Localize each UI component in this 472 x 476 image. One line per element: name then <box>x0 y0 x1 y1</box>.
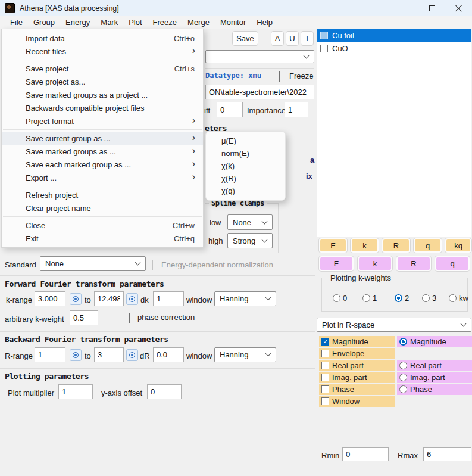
group-row-cu-foil[interactable]: Cu foil <box>317 29 471 42</box>
plot-multiplier-field[interactable] <box>58 384 93 399</box>
k-range-label: k-range <box>6 295 32 304</box>
close-button[interactable] <box>445 0 472 16</box>
menu-item-save-marked-groups-as[interactable]: Save marked groups as ... <box>2 145 203 158</box>
radio-option-real-part[interactable]: Real part <box>397 360 472 371</box>
radio-option-magnitude[interactable]: Magnitude <box>397 336 472 347</box>
standard-combobox[interactable]: None <box>40 256 146 271</box>
freeze-checkbox[interactable] <box>279 71 280 82</box>
option-magnitude[interactable]: Magnitude <box>319 336 395 347</box>
plot-marked-k-button[interactable]: k <box>358 256 392 271</box>
option-envelope[interactable]: Envelope <box>319 348 395 359</box>
menu-item-import-data[interactable]: Import dataCtrl+o <box>2 32 203 45</box>
y-axis-offset-field[interactable] <box>147 384 182 399</box>
kw-option-0[interactable]: 0 <box>333 294 347 303</box>
menu-item-save-marked-groups-as-project[interactable]: Save marked groups as a project ... <box>2 88 203 101</box>
unmark-all-button[interactable]: U <box>286 31 299 46</box>
menu-item-project-format[interactable]: Project format <box>2 114 203 127</box>
menu-item-save-current-group-as[interactable]: Save current group as ... <box>2 132 203 145</box>
rmin-field[interactable] <box>342 447 389 461</box>
pluck-kmax-button[interactable] <box>126 293 138 305</box>
menu-item-export[interactable]: Export ... <box>2 171 203 184</box>
group-row-cuo[interactable]: CuO <box>317 42 471 55</box>
group-mark-checkbox[interactable] <box>320 32 328 39</box>
rmax-field[interactable] <box>423 447 471 461</box>
k-window-combobox[interactable]: Hanning <box>214 291 276 306</box>
menu-separator <box>3 60 202 60</box>
plot-marked-r-button[interactable]: R <box>396 256 431 271</box>
spline-low-combobox[interactable]: None <box>227 214 273 230</box>
option-window[interactable]: Window <box>319 396 395 407</box>
plot-e-button[interactable]: E <box>319 238 347 253</box>
r-min-field[interactable] <box>35 347 65 362</box>
menu-item-close[interactable]: CloseCtrl+w <box>2 219 203 232</box>
spline-high-combobox[interactable]: Strong <box>227 233 273 248</box>
submenu-item-chi-r[interactable]: χ(R) <box>206 172 285 185</box>
group-mark-checkbox[interactable] <box>320 45 328 52</box>
menu-item-backwards-compatible[interactable]: Backwards compatible project files <box>2 101 203 114</box>
menu-item-clear-project-name[interactable]: Clear project name <box>2 201 203 214</box>
r-window-combobox[interactable]: Hanning <box>214 347 276 362</box>
submenu-item-mu-e[interactable]: μ(E) <box>206 135 285 147</box>
menu-item-save-project[interactable]: Save projectCtrl+s <box>2 62 203 75</box>
option-phase[interactable]: Phase <box>319 384 395 395</box>
menu-energy[interactable]: Energy <box>60 16 95 29</box>
radio-option-phase[interactable]: Phase <box>397 384 472 395</box>
menu-item-save-each-marked-group-as[interactable]: Save each marked group as ... <box>2 158 203 171</box>
plot-kq-button[interactable]: kq <box>445 238 471 253</box>
kw-option-kw[interactable]: kw <box>449 294 468 303</box>
window-title: Athena [XAS data processing] <box>20 4 119 13</box>
chevron-down-icon <box>262 237 268 242</box>
kw-option-1[interactable]: 1 <box>362 294 377 303</box>
menu-item-recent-files[interactable]: Recent files <box>2 45 203 58</box>
file-path-field[interactable] <box>205 85 314 99</box>
plot-multiplier-label: Plot multiplier <box>8 388 54 397</box>
group-name-combobox[interactable] <box>205 50 314 63</box>
menu-group[interactable]: Group <box>28 16 60 29</box>
maximize-button[interactable] <box>418 0 445 16</box>
plot-marked-e-button[interactable]: E <box>319 256 354 271</box>
k-min-field[interactable] <box>35 291 65 306</box>
mark-all-button[interactable]: A <box>271 31 284 46</box>
radio-option-imag-part[interactable]: Imag. part <box>397 372 472 383</box>
energy-dependent-checkbox[interactable] <box>152 260 153 270</box>
option-imag-part[interactable]: Imag. part <box>319 372 395 383</box>
menu-help[interactable]: Help <box>251 16 278 29</box>
pluck-rmin-button[interactable] <box>70 349 82 361</box>
energy-shift-field[interactable] <box>217 102 243 117</box>
pluck-rmax-button[interactable] <box>126 349 138 361</box>
backward-ft-heading: Backward Fourier transform parameters <box>5 335 168 344</box>
importance-field[interactable] <box>285 102 308 117</box>
kw-option-3[interactable]: 3 <box>422 294 436 303</box>
minimize-button[interactable] <box>392 0 418 16</box>
k-max-field[interactable] <box>94 291 124 306</box>
r-max-field[interactable] <box>94 347 124 362</box>
menu-merge[interactable]: Merge <box>182 16 215 29</box>
menu-mark[interactable]: Mark <box>95 16 123 29</box>
chevron-down-icon <box>304 52 310 58</box>
datatype-link[interactable]: Datatype: xmu <box>205 71 285 80</box>
arbitrary-k-weight-field[interactable] <box>70 310 98 325</box>
menu-plot[interactable]: Plot <box>123 16 147 29</box>
phase-correction-checkbox[interactable] <box>129 313 130 323</box>
dk-field[interactable] <box>153 291 184 306</box>
plot-r-button[interactable]: R <box>382 238 410 253</box>
dr-field[interactable] <box>153 347 184 362</box>
save-button[interactable]: Save <box>232 31 258 46</box>
plot-q-button[interactable]: q <box>414 238 442 253</box>
pluck-kmin-button[interactable] <box>70 293 82 305</box>
submenu-item-norm-e[interactable]: norm(E) <box>206 147 285 160</box>
submenu-item-chi-k[interactable]: χ(k) <box>206 160 285 172</box>
invert-marks-button[interactable]: I <box>301 31 314 46</box>
menu-monitor[interactable]: Monitor <box>215 16 251 29</box>
submenu-item-chi-q[interactable]: χ(q) <box>206 185 285 197</box>
menu-item-save-project-as[interactable]: Save project as... <box>2 75 203 88</box>
plot-space-combobox[interactable]: Plot in R-space <box>317 318 471 332</box>
plot-marked-q-button[interactable]: q <box>435 256 470 271</box>
menu-item-refresh-project[interactable]: Refresh project <box>2 188 203 201</box>
menu-file[interactable]: File <box>5 16 28 29</box>
menu-item-exit[interactable]: ExitCtrl+q <box>2 232 203 245</box>
menu-freeze[interactable]: Freeze <box>148 16 182 29</box>
kw-option-2[interactable]: 2 <box>395 294 409 303</box>
option-real-part[interactable]: Real part <box>319 360 395 371</box>
plot-k-button[interactable]: k <box>351 238 379 253</box>
